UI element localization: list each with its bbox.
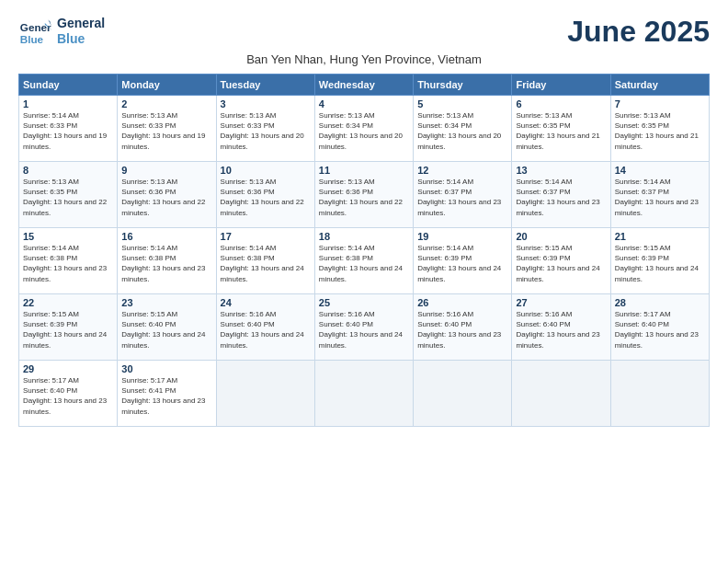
sunset-label: Sunset: 6:33 PM xyxy=(23,121,77,130)
daylight-label: Daylight: 13 hours and 23 minutes. xyxy=(417,198,501,216)
calendar-cell: 12 Sunrise: 5:14 AM Sunset: 6:37 PM Dayl… xyxy=(414,162,512,228)
calendar-cell: 20 Sunrise: 5:15 AM Sunset: 6:39 PM Dayl… xyxy=(512,228,610,294)
sunset-label: Sunset: 6:37 PM xyxy=(615,188,669,196)
day-number: 11 xyxy=(319,165,409,176)
day-number: 25 xyxy=(319,297,409,308)
sunset-label: Sunset: 6:40 PM xyxy=(221,320,275,328)
sunrise-label: Sunrise: 5:16 AM xyxy=(417,310,473,318)
day-number: 6 xyxy=(516,98,606,109)
svg-text:Blue: Blue xyxy=(20,33,44,45)
day-info: Sunrise: 5:13 AM Sunset: 6:34 PM Dayligh… xyxy=(417,110,507,152)
day-number: 3 xyxy=(221,98,311,109)
sunrise-label: Sunrise: 5:14 AM xyxy=(221,244,277,252)
sunset-label: Sunset: 6:39 PM xyxy=(23,320,77,328)
calendar-cell: 1 Sunrise: 5:14 AM Sunset: 6:33 PM Dayli… xyxy=(19,96,118,162)
sunrise-label: Sunrise: 5:17 AM xyxy=(615,310,671,318)
calendar-cell: 6 Sunrise: 5:13 AM Sunset: 6:35 PM Dayli… xyxy=(512,96,610,162)
daylight-label: Daylight: 13 hours and 23 minutes. xyxy=(23,264,107,282)
daylight-label: Daylight: 13 hours and 23 minutes. xyxy=(615,198,699,216)
sunrise-label: Sunrise: 5:13 AM xyxy=(23,178,79,186)
sunset-label: Sunset: 6:41 PM xyxy=(121,386,176,395)
daylight-label: Daylight: 13 hours and 21 minutes. xyxy=(516,132,599,150)
sunset-label: Sunset: 6:33 PM xyxy=(221,121,275,130)
sunrise-label: Sunrise: 5:14 AM xyxy=(417,244,473,252)
col-sunday: Sunday xyxy=(19,75,118,96)
day-number: 2 xyxy=(121,98,211,109)
daylight-label: Daylight: 13 hours and 22 minutes. xyxy=(121,198,205,216)
calendar-cell: 27 Sunrise: 5:16 AM Sunset: 6:40 PM Dayl… xyxy=(512,294,610,361)
day-info: Sunrise: 5:15 AM Sunset: 6:39 PM Dayligh… xyxy=(615,243,705,284)
daylight-label: Daylight: 13 hours and 21 minutes. xyxy=(615,132,699,150)
logo-icon: General Blue xyxy=(18,15,51,48)
sunset-label: Sunset: 6:38 PM xyxy=(319,254,373,262)
col-friday: Friday xyxy=(512,75,610,96)
sunset-label: Sunset: 6:34 PM xyxy=(417,121,472,130)
sunrise-label: Sunrise: 5:16 AM xyxy=(319,310,375,318)
day-number: 28 xyxy=(615,297,705,308)
sunset-label: Sunset: 6:40 PM xyxy=(417,320,472,328)
day-info: Sunrise: 5:15 AM Sunset: 6:39 PM Dayligh… xyxy=(23,309,113,350)
sunrise-label: Sunrise: 5:14 AM xyxy=(23,111,79,120)
sunset-label: Sunset: 6:33 PM xyxy=(121,121,176,130)
col-thursday: Thursday xyxy=(414,75,512,96)
daylight-label: Daylight: 13 hours and 24 minutes. xyxy=(615,264,699,282)
sunrise-label: Sunrise: 5:14 AM xyxy=(417,178,473,186)
day-number: 24 xyxy=(221,297,311,308)
day-number: 29 xyxy=(23,363,113,374)
sunrise-label: Sunrise: 5:14 AM xyxy=(516,178,572,186)
day-number: 7 xyxy=(615,98,705,109)
calendar-cell: 26 Sunrise: 5:16 AM Sunset: 6:40 PM Dayl… xyxy=(414,294,512,361)
calendar-cell: 14 Sunrise: 5:14 AM Sunset: 6:37 PM Dayl… xyxy=(610,162,709,228)
calendar-cell: 7 Sunrise: 5:13 AM Sunset: 6:35 PM Dayli… xyxy=(610,96,709,162)
day-number: 20 xyxy=(516,231,606,242)
sunrise-label: Sunrise: 5:13 AM xyxy=(319,178,375,186)
sunrise-label: Sunrise: 5:14 AM xyxy=(615,178,671,186)
col-tuesday: Tuesday xyxy=(216,75,314,96)
sunrise-label: Sunrise: 5:15 AM xyxy=(615,244,671,252)
logo-text-block: General Blue xyxy=(57,16,105,47)
sunset-label: Sunset: 6:39 PM xyxy=(615,254,669,262)
day-info: Sunrise: 5:13 AM Sunset: 6:36 PM Dayligh… xyxy=(319,177,409,218)
day-info: Sunrise: 5:16 AM Sunset: 6:40 PM Dayligh… xyxy=(516,309,606,350)
sunrise-label: Sunrise: 5:13 AM xyxy=(221,178,277,186)
day-info: Sunrise: 5:13 AM Sunset: 6:33 PM Dayligh… xyxy=(221,110,311,152)
day-info: Sunrise: 5:14 AM Sunset: 6:37 PM Dayligh… xyxy=(417,177,507,218)
day-number: 30 xyxy=(121,363,211,374)
daylight-label: Daylight: 13 hours and 23 minutes. xyxy=(516,330,599,349)
sunset-label: Sunset: 6:38 PM xyxy=(121,254,176,262)
calendar-cell: 3 Sunrise: 5:13 AM Sunset: 6:33 PM Dayli… xyxy=(216,96,314,162)
calendar-cell: 24 Sunrise: 5:16 AM Sunset: 6:40 PM Dayl… xyxy=(216,294,314,361)
sunset-label: Sunset: 6:40 PM xyxy=(319,320,373,328)
day-number: 14 xyxy=(615,165,705,176)
sunset-label: Sunset: 6:39 PM xyxy=(417,254,472,262)
daylight-label: Daylight: 13 hours and 22 minutes. xyxy=(221,198,304,216)
day-number: 23 xyxy=(121,297,211,308)
daylight-label: Daylight: 13 hours and 23 minutes. xyxy=(615,330,699,349)
calendar-cell: 19 Sunrise: 5:14 AM Sunset: 6:39 PM Dayl… xyxy=(414,228,512,294)
day-number: 17 xyxy=(221,231,311,242)
day-number: 10 xyxy=(221,165,311,176)
col-monday: Monday xyxy=(118,75,216,96)
sunrise-label: Sunrise: 5:14 AM xyxy=(319,244,375,252)
sunrise-label: Sunrise: 5:13 AM xyxy=(516,111,572,120)
sunrise-label: Sunrise: 5:16 AM xyxy=(516,310,572,318)
calendar-week-3: 15 Sunrise: 5:14 AM Sunset: 6:38 PM Dayl… xyxy=(19,228,710,294)
sunrise-label: Sunrise: 5:14 AM xyxy=(23,244,79,252)
day-number: 8 xyxy=(23,165,113,176)
header: General Blue General Blue June 2025 xyxy=(18,15,710,49)
daylight-label: Daylight: 13 hours and 24 minutes. xyxy=(221,330,304,349)
day-info: Sunrise: 5:17 AM Sunset: 6:41 PM Dayligh… xyxy=(121,375,211,417)
day-info: Sunrise: 5:13 AM Sunset: 6:35 PM Dayligh… xyxy=(23,177,113,218)
calendar-week-5: 29 Sunrise: 5:17 AM Sunset: 6:40 PM Dayl… xyxy=(19,361,710,427)
daylight-label: Daylight: 13 hours and 23 minutes. xyxy=(121,264,205,282)
calendar-week-1: 1 Sunrise: 5:14 AM Sunset: 6:33 PM Dayli… xyxy=(19,96,710,162)
calendar-cell: 30 Sunrise: 5:17 AM Sunset: 6:41 PM Dayl… xyxy=(118,361,216,427)
sunrise-label: Sunrise: 5:15 AM xyxy=(121,310,177,318)
daylight-label: Daylight: 13 hours and 23 minutes. xyxy=(516,198,599,216)
sunrise-label: Sunrise: 5:13 AM xyxy=(615,111,671,120)
day-number: 16 xyxy=(121,231,211,242)
header-row: Sunday Monday Tuesday Wednesday Thursday… xyxy=(19,75,710,96)
sunset-label: Sunset: 6:35 PM xyxy=(23,188,77,196)
sunrise-label: Sunrise: 5:13 AM xyxy=(121,178,177,186)
sunset-label: Sunset: 6:34 PM xyxy=(319,121,373,130)
